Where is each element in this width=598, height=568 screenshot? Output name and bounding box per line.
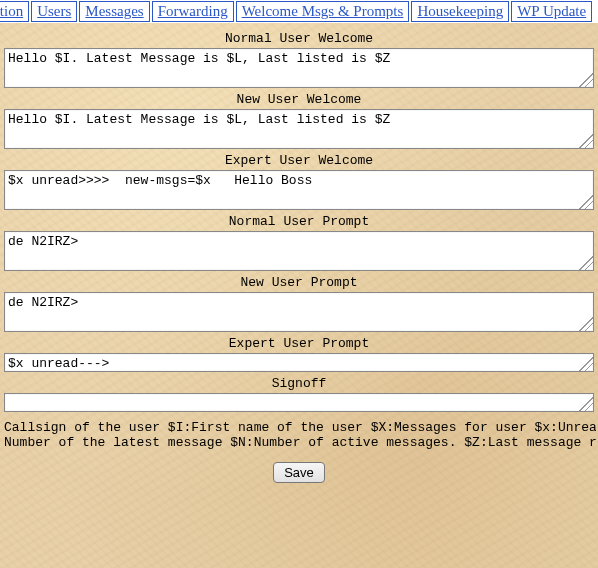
tab-housekeeping[interactable]: Housekeeping [411, 1, 509, 22]
input-normal-user-prompt[interactable] [4, 231, 594, 271]
form-content: Normal User Welcome New User Welcome Exp… [0, 23, 598, 499]
tab-wp-update[interactable]: WP Update [511, 1, 592, 22]
help-text: Callsign of the user $I:First name of th… [2, 412, 596, 454]
input-signoff[interactable] [4, 393, 594, 412]
help-line-2: Number of the latest message $N:Number o… [4, 435, 594, 450]
tab-configuration[interactable]: iration [0, 1, 29, 22]
input-expert-user-prompt[interactable] [4, 353, 594, 372]
label-new-user-welcome: New User Welcome [2, 88, 596, 109]
save-row: Save [2, 454, 596, 491]
label-normal-user-prompt: Normal User Prompt [2, 210, 596, 231]
label-normal-user-welcome: Normal User Welcome [2, 27, 596, 48]
tab-messages[interactable]: Messages [79, 1, 149, 22]
help-line-1: Callsign of the user $I:First name of th… [4, 420, 594, 435]
label-new-user-prompt: New User Prompt [2, 271, 596, 292]
input-new-user-prompt[interactable] [4, 292, 594, 332]
label-expert-user-welcome: Expert User Welcome [2, 149, 596, 170]
save-button[interactable]: Save [273, 462, 325, 483]
label-signoff: Signoff [2, 372, 596, 393]
tab-users[interactable]: Users [31, 1, 77, 22]
input-expert-user-welcome[interactable] [4, 170, 594, 210]
tab-forwarding[interactable]: Forwarding [152, 1, 234, 22]
input-new-user-welcome[interactable] [4, 109, 594, 149]
tab-bar: iration Users Messages Forwarding Welcom… [0, 0, 598, 23]
input-normal-user-welcome[interactable] [4, 48, 594, 88]
tab-welcome-msgs-prompts[interactable]: Welcome Msgs & Prompts [236, 1, 410, 22]
label-expert-user-prompt: Expert User Prompt [2, 332, 596, 353]
